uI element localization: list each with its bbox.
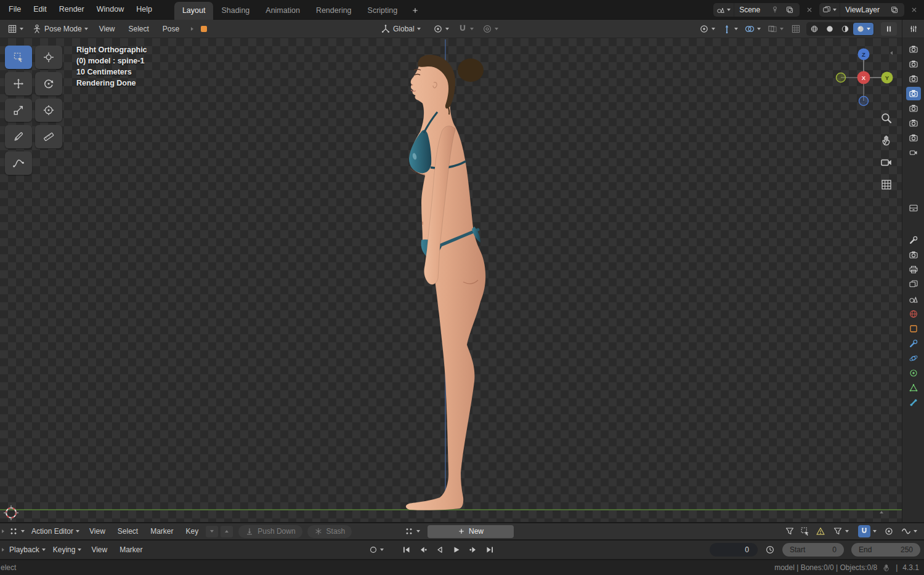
viewlayer-browse-dropdown[interactable]	[819, 3, 840, 17]
show-overlays-toggle[interactable]	[743, 22, 763, 36]
shading-wireframe-button[interactable]	[807, 23, 822, 35]
shading-material-button[interactable]	[838, 23, 853, 35]
playback-popover[interactable]: Playback	[6, 544, 49, 555]
remove-viewlayer-button[interactable]	[908, 4, 920, 16]
menu-render[interactable]: Render	[53, 0, 91, 19]
editor-type-dropdown[interactable]	[4, 22, 27, 36]
properties-tab-output[interactable]	[906, 263, 921, 276]
menu-edit[interactable]: Edit	[27, 0, 53, 19]
shading-rendered-button[interactable]	[853, 23, 873, 35]
gizmo-z-neg-axis[interactable]	[859, 97, 869, 106]
select-box-tool[interactable]	[5, 46, 32, 69]
filter-dropdown[interactable]	[831, 525, 851, 537]
timeline-marker-menu[interactable]: Marker	[114, 542, 148, 558]
region-expand-arrow-icon[interactable]	[2, 529, 4, 533]
unlink-scene-button[interactable]	[803, 4, 816, 16]
asset-shelf-icon[interactable]	[906, 201, 921, 215]
properties-tab-modifiers[interactable]	[906, 337, 921, 350]
pin-scene-icon[interactable]	[769, 4, 781, 16]
browse-action-dropdown[interactable]	[402, 525, 423, 537]
pose-menu[interactable]: Pose	[156, 20, 185, 38]
properties-tab-constraints[interactable]	[906, 366, 921, 380]
select-menu[interactable]: Select	[123, 20, 155, 38]
snap-toggle[interactable]	[454, 22, 477, 36]
properties-tab-viewlayer[interactable]	[906, 278, 921, 291]
timeline-expand-arrow-icon[interactable]	[2, 548, 4, 552]
selection-only-icon[interactable]	[800, 526, 810, 536]
pivot-point-dropdown[interactable]	[429, 22, 453, 36]
object-visibility-dropdown[interactable]	[697, 22, 717, 36]
move-channel-up-button[interactable]	[221, 526, 233, 537]
dopesheet-key-menu[interactable]: Key	[180, 523, 205, 539]
outliner-item-camera-6[interactable]	[906, 116, 921, 130]
properties-tab-render[interactable]	[906, 248, 921, 262]
new-viewlayer-button[interactable]	[888, 4, 901, 16]
add-workspace-button[interactable]	[405, 2, 425, 20]
dopesheet-select-menu[interactable]: Select	[112, 523, 144, 539]
proportional-edit-dropdown[interactable]	[479, 22, 502, 36]
shading-solid-button[interactable]	[822, 23, 837, 35]
view-menu[interactable]: View	[93, 20, 121, 38]
properties-tab-tool[interactable]	[906, 233, 921, 247]
filter-channels-icon[interactable]	[785, 526, 795, 536]
workspace-tab-animation[interactable]: Animation	[257, 2, 308, 20]
properties-tab-object[interactable]	[906, 322, 921, 336]
cursor-tool[interactable]	[35, 46, 62, 69]
next-keyframe-button[interactable]	[466, 542, 480, 557]
keyframe-interpolation-dropdown[interactable]	[899, 525, 919, 537]
workspace-tab-rendering[interactable]: Rendering	[308, 2, 360, 20]
stash-button[interactable]: Stash	[307, 525, 352, 538]
dopesheet-marker-menu[interactable]: Marker	[145, 523, 179, 539]
mode-dropdown[interactable]: Pose Mode	[28, 22, 92, 36]
pose-breakdowner-tool[interactable]	[5, 151, 32, 175]
snap-keyframes-dropdown[interactable]	[856, 524, 878, 539]
outliner-item-camera-7[interactable]	[906, 131, 921, 145]
gizmo-y-neg-axis[interactable]	[837, 73, 846, 82]
measure-tool[interactable]	[35, 125, 62, 148]
transform-orientation-dropdown[interactable]: Global	[377, 22, 424, 36]
dopesheet-mode-dropdown[interactable]: Action Editor	[28, 526, 83, 537]
annotate-tool[interactable]	[5, 125, 32, 148]
properties-tab-bone[interactable]	[906, 396, 921, 409]
rotate-tool[interactable]	[35, 72, 62, 95]
workspace-tab-shading[interactable]: Shading	[213, 2, 257, 20]
pause-render-button[interactable]	[881, 22, 897, 36]
jump-to-end-button[interactable]	[482, 542, 497, 557]
properties-editor-icon[interactable]	[909, 24, 918, 34]
pan-hand-icon[interactable]	[880, 134, 893, 147]
outliner-item-camera-4[interactable]	[906, 87, 921, 100]
new-action-button[interactable]: New	[428, 525, 514, 538]
keying-popover[interactable]: Keying	[50, 544, 85, 555]
viewlayer-name-field[interactable]: ViewLayer	[840, 6, 885, 14]
frame-start-field[interactable]: Start0	[782, 543, 844, 557]
transform-tool[interactable]	[35, 99, 62, 122]
menu-help[interactable]: Help	[130, 0, 158, 19]
workspace-tab-scripting[interactable]: Scripting	[360, 2, 406, 20]
frame-end-field[interactable]: End250	[851, 543, 920, 557]
scene-name-field[interactable]: Scene	[734, 6, 765, 14]
workspace-tab-layout[interactable]: Layout	[174, 2, 214, 20]
zoom-icon[interactable]	[880, 112, 893, 124]
toggle-perspective-grid-icon[interactable]	[880, 179, 893, 191]
move-tool[interactable]	[5, 72, 32, 95]
properties-tab-scene[interactable]	[906, 292, 921, 306]
scene-browse-dropdown[interactable]	[713, 3, 734, 17]
properties-tab-physics[interactable]	[906, 352, 921, 365]
viewport-canvas[interactable]: Right Orthographic (0) model : spine-1 1…	[0, 38, 902, 522]
previous-keyframe-button[interactable]	[416, 542, 431, 557]
dopesheet-editor-type-dropdown[interactable]	[6, 525, 27, 537]
outliner-item-camera-8[interactable]	[906, 146, 921, 159]
push-down-button[interactable]: Push Down	[238, 525, 302, 538]
dopesheet-view-menu[interactable]: View	[84, 523, 111, 539]
properties-tab-data[interactable]	[906, 381, 921, 395]
use-preview-range-icon[interactable]	[765, 545, 775, 555]
navigation-gizmo[interactable]: Z Y X	[833, 46, 894, 109]
current-frame-field[interactable]: 0	[710, 543, 758, 557]
outliner-item-camera-5[interactable]	[906, 102, 921, 115]
new-scene-copy-button[interactable]	[784, 4, 796, 16]
jump-to-start-button[interactable]	[399, 542, 414, 557]
move-channel-down-button[interactable]	[206, 526, 218, 537]
play-button[interactable]	[449, 542, 464, 557]
scale-tool[interactable]	[5, 99, 32, 122]
outliner-item-camera-1[interactable]	[906, 42, 921, 56]
